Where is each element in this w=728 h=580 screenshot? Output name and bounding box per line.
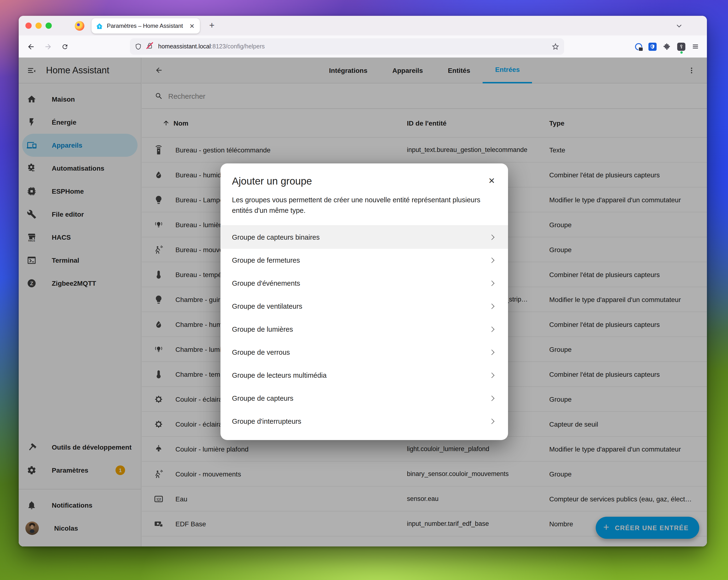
group-type-label: Groupe de lecteurs multimédia	[232, 372, 490, 379]
url-text[interactable]: homeassistant.local:8123/config/helpers	[158, 43, 552, 50]
chevron-right-icon	[489, 304, 495, 309]
group-type-item[interactable]: Groupe d'événements	[220, 272, 508, 295]
group-type-list: Groupe de capteurs binairesGroupe de fer…	[220, 225, 508, 433]
back-button[interactable]	[27, 43, 35, 51]
browser-toolbar: homeassistant.local:8123/config/helpers	[19, 35, 707, 57]
group-type-item[interactable]: Groupe de ventilateurs	[220, 295, 508, 318]
group-type-label: Groupe de ventilateurs	[232, 302, 490, 310]
group-type-label: Groupe de capteurs	[232, 395, 490, 402]
group-type-item[interactable]: Groupe d'interrupteurs	[220, 410, 508, 433]
reload-button[interactable]	[61, 43, 69, 50]
chevron-right-icon	[489, 350, 495, 355]
shield-icon[interactable]	[135, 43, 142, 50]
url-bar[interactable]: homeassistant.local:8123/config/helpers	[130, 39, 564, 55]
macos-zoom-button[interactable]	[46, 23, 52, 29]
firefox-icon[interactable]	[75, 21, 84, 31]
group-type-label: Groupe de fermetures	[232, 256, 490, 264]
password-manager-extension-icon[interactable]	[635, 43, 642, 50]
group-type-item[interactable]: Groupe de fermetures	[220, 249, 508, 272]
group-type-label: Groupe de capteurs binaires	[232, 233, 490, 241]
chevron-right-icon	[489, 235, 495, 240]
bitwarden-extension-icon[interactable]	[648, 43, 657, 51]
home-assistant-favicon	[96, 22, 103, 29]
tab-close-icon[interactable]: ✕	[188, 23, 196, 29]
browser-tab-active[interactable]: Paramètres – Home Assistant ✕	[92, 18, 200, 33]
group-type-label: Groupe de verrous	[232, 349, 490, 356]
new-tab-button[interactable]: +	[206, 19, 218, 32]
insecure-lock-icon[interactable]	[146, 42, 153, 51]
group-type-label: Groupe d'événements	[232, 279, 490, 287]
chevron-right-icon	[489, 373, 495, 378]
group-type-item[interactable]: Groupe de lecteurs multimédia	[220, 364, 508, 387]
chevron-right-icon	[489, 327, 495, 332]
group-type-item[interactable]: Groupe de capteurs binaires	[220, 226, 508, 249]
tab-title: Paramètres – Home Assistant	[107, 23, 188, 29]
menu-hamburger-icon[interactable]	[692, 43, 699, 50]
group-type-item[interactable]: Groupe de verrous	[220, 341, 508, 364]
group-type-label: Groupe de lumières	[232, 326, 490, 333]
chevron-right-icon	[489, 258, 495, 263]
macos-close-button[interactable]	[25, 23, 32, 29]
list-tabs-chevron-icon[interactable]	[676, 23, 682, 29]
group-type-item[interactable]: Groupe de capteurs	[220, 387, 508, 410]
add-group-dialog: Ajouter un groupe ✕ Les groupes vous per…	[220, 163, 508, 440]
browser-tab-bar: Paramètres – Home Assistant ✕ +	[19, 16, 707, 35]
forward-button[interactable]	[44, 43, 52, 51]
key-extension-icon[interactable]	[677, 43, 685, 51]
group-type-label: Groupe d'interrupteurs	[232, 418, 490, 425]
macos-minimize-button[interactable]	[35, 23, 42, 29]
group-type-item[interactable]: Groupe de lumières	[220, 318, 508, 341]
chevron-right-icon	[489, 419, 495, 424]
desktop: Paramètres – Home Assistant ✕ + homeassi…	[0, 0, 728, 580]
extensions-puzzle-icon[interactable]	[663, 43, 671, 51]
chevron-right-icon	[489, 281, 495, 286]
dialog-title: Ajouter un groupe	[232, 175, 312, 186]
dialog-description: Les groupes vous permettent de créer une…	[220, 187, 508, 216]
dialog-close-icon[interactable]: ✕	[488, 176, 495, 186]
chevron-right-icon	[489, 396, 495, 401]
bookmark-star-icon[interactable]	[552, 43, 559, 50]
